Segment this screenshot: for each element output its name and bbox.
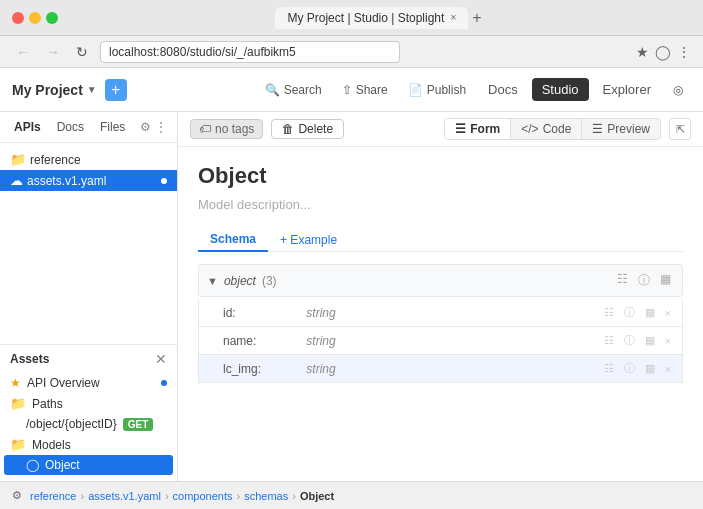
property-name-row: name: string ☷ ⓘ ▦ × xyxy=(198,327,683,355)
property-name-name[interactable]: name: xyxy=(223,334,303,348)
minimize-traffic-light[interactable] xyxy=(29,12,41,24)
new-tab-button[interactable]: + xyxy=(472,9,481,27)
assets-item-label: Object xyxy=(45,458,80,472)
info-action-icon[interactable]: ⓘ xyxy=(621,360,638,377)
sidebar-actions: ⚙ ⋮ xyxy=(140,120,167,134)
sidebar-settings-icon[interactable]: ⚙ xyxy=(140,120,151,134)
star-bookmark-icon[interactable]: ★ xyxy=(636,44,649,60)
property-name-actions: ☷ ⓘ ▦ × xyxy=(601,332,674,349)
project-name[interactable]: My Project ▼ xyxy=(12,82,97,98)
copy-action-icon[interactable]: ▦ xyxy=(642,305,658,320)
model-description[interactable]: Model description... xyxy=(198,197,683,212)
sidebar-tabs: APIs Docs Files ⚙ ⋮ xyxy=(0,112,177,143)
form-view-tab[interactable]: ☰ Form xyxy=(445,119,511,139)
statusbar: ⚙ reference › assets.v1.yaml › component… xyxy=(0,481,703,509)
grid-icon[interactable]: ☷ xyxy=(614,271,631,290)
expand-button[interactable]: ⇱ xyxy=(669,118,691,140)
property-name-id[interactable]: id: xyxy=(223,306,303,320)
sidebar-add-icon[interactable]: ⋮ xyxy=(155,120,167,134)
copy-action-icon[interactable]: ▦ xyxy=(642,333,658,348)
assets-panel-title: Assets xyxy=(10,352,49,366)
add-project-button[interactable]: + xyxy=(105,79,127,101)
user-account-icon[interactable]: ◯ xyxy=(655,44,671,60)
no-tags-badge[interactable]: 🏷 no tags xyxy=(190,119,263,139)
tree-item-label: reference xyxy=(30,153,81,167)
sidebar-tree: 📁 reference ☁ assets.v1.yaml xyxy=(0,143,177,344)
assets-item-label: Models xyxy=(32,438,71,452)
close-traffic-light[interactable] xyxy=(12,12,24,24)
publish-icon: 📄 xyxy=(408,83,423,97)
cloud-icon: ☁ xyxy=(10,173,23,188)
assets-item-api-overview[interactable]: ★ API Overview xyxy=(10,373,167,393)
address-bar-input[interactable] xyxy=(100,41,400,63)
delete-action-icon[interactable]: × xyxy=(662,362,674,376)
model-icon: ◯ xyxy=(26,458,39,472)
assets-item-paths[interactable]: 📁 Paths xyxy=(10,393,167,414)
grid-action-icon[interactable]: ☷ xyxy=(601,361,617,376)
refresh-button[interactable]: ↻ xyxy=(72,42,92,62)
assets-item-object-path[interactable]: /object/{objectID} GET xyxy=(10,414,167,434)
property-lcimg-row: lc_img: string ☷ ⓘ ▦ × xyxy=(198,355,683,383)
publish-button[interactable]: 📄 Publish xyxy=(400,79,474,101)
delete-action-icon[interactable]: × xyxy=(662,306,674,320)
tree-item-reference[interactable]: 📁 reference xyxy=(0,149,177,170)
assets-item-object[interactable]: ◯ Object xyxy=(4,455,173,475)
breadcrumb-separator-4: › xyxy=(292,490,296,502)
add-example-tab[interactable]: + Example xyxy=(272,229,345,251)
copy-action-icon[interactable]: ▦ xyxy=(642,361,658,376)
folder-icon: 📁 xyxy=(10,437,26,452)
delete-button[interactable]: 🗑 Delete xyxy=(271,119,344,139)
view-tabs: ☰ Form </> Code ☰ Preview xyxy=(444,118,661,140)
search-button[interactable]: 🔍 Search xyxy=(257,79,330,101)
tree-item-label: assets.v1.yaml xyxy=(27,174,106,188)
assets-close-button[interactable]: ✕ xyxy=(155,351,167,367)
grid-action-icon[interactable]: ☷ xyxy=(601,333,617,348)
preview-view-tab[interactable]: ☰ Preview xyxy=(582,119,660,139)
assets-item-label: Paths xyxy=(32,397,63,411)
schema-root-row: ▼ object (3) ☷ ⓘ ▦ xyxy=(198,264,683,297)
info-action-icon[interactable]: ⓘ xyxy=(621,304,638,321)
tab-close-button[interactable]: × xyxy=(450,12,456,23)
assets-item-label: /object/{objectID} xyxy=(26,417,117,431)
schema-property-count: (3) xyxy=(262,274,277,288)
menu-icon[interactable]: ⋮ xyxy=(677,44,691,60)
breadcrumb-components[interactable]: components xyxy=(173,490,233,502)
share-button[interactable]: ⇧ Share xyxy=(334,79,396,101)
property-lcimg-actions: ☷ ⓘ ▦ × xyxy=(601,360,674,377)
sidebar-tab-files[interactable]: Files xyxy=(96,118,129,136)
code-view-tab[interactable]: </> Code xyxy=(511,119,582,139)
active-tab[interactable]: My Project | Studio | Stoplight × xyxy=(275,7,468,29)
user-profile-icon[interactable]: ◎ xyxy=(665,79,691,101)
back-button[interactable]: ← xyxy=(12,42,34,62)
titlebar: My Project | Studio | Stoplight × + xyxy=(0,0,703,36)
active-dot-indicator xyxy=(161,178,167,184)
forward-button[interactable]: → xyxy=(42,42,64,62)
grid-action-icon[interactable]: ☷ xyxy=(601,305,617,320)
assets-item-models[interactable]: 📁 Models xyxy=(10,434,167,455)
info-action-icon[interactable]: ⓘ xyxy=(621,332,638,349)
expand-icon[interactable]: ▼ xyxy=(207,275,218,287)
schema-root-actions: ☷ ⓘ ▦ xyxy=(614,271,674,290)
docs-tab[interactable]: Docs xyxy=(478,78,528,101)
assets-item-label: API Overview xyxy=(27,376,100,390)
sidebar-tab-docs[interactable]: Docs xyxy=(53,118,88,136)
info-icon[interactable]: ⓘ xyxy=(635,271,653,290)
breadcrumb-current: Object xyxy=(300,490,334,502)
property-name-lcimg[interactable]: lc_img: xyxy=(223,362,303,376)
tag-icon: 🏷 xyxy=(199,122,211,136)
settings-gear-icon[interactable]: ⚙ xyxy=(12,489,22,502)
breadcrumb-reference[interactable]: reference xyxy=(30,490,76,502)
explorer-tab[interactable]: Explorer xyxy=(593,78,661,101)
studio-tab[interactable]: Studio xyxy=(532,78,589,101)
breadcrumb-separator-3: › xyxy=(237,490,241,502)
breadcrumb-schemas[interactable]: schemas xyxy=(244,490,288,502)
delete-action-icon[interactable]: × xyxy=(662,334,674,348)
sidebar-tab-apis[interactable]: APIs xyxy=(10,118,45,136)
copy-icon[interactable]: ▦ xyxy=(657,271,674,290)
schema-tab[interactable]: Schema xyxy=(198,228,268,252)
content-toolbar: 🏷 no tags 🗑 Delete ☰ Form </> Code ☰ Pre… xyxy=(178,112,703,147)
maximize-traffic-light[interactable] xyxy=(46,12,58,24)
dot-indicator xyxy=(161,380,167,386)
tree-item-assets-yaml[interactable]: ☁ assets.v1.yaml xyxy=(0,170,177,191)
breadcrumb-yaml[interactable]: assets.v1.yaml xyxy=(88,490,161,502)
